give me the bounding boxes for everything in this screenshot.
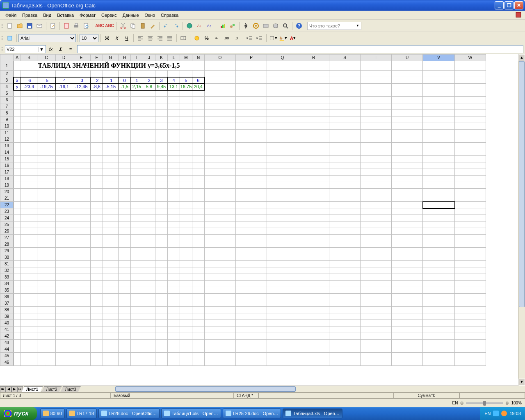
cell-W8[interactable] (455, 110, 486, 116)
cell-B18[interactable] (21, 176, 37, 182)
cell-M5[interactable] (180, 90, 192, 97)
cell-N38[interactable] (192, 307, 205, 313)
cell-R39[interactable] (298, 313, 329, 320)
cell-L26[interactable] (168, 228, 180, 235)
cell-S22[interactable] (329, 202, 361, 208)
cell-V41[interactable] (423, 326, 455, 333)
row-header-16[interactable]: 16 (0, 162, 14, 169)
cell-C37[interactable] (37, 300, 56, 307)
cell-I6[interactable] (131, 97, 143, 103)
cell-A38[interactable] (14, 307, 21, 313)
cell-D16[interactable] (56, 162, 72, 169)
cell-W28[interactable] (455, 241, 486, 248)
cell-J20[interactable] (143, 189, 155, 195)
decrease-indent-icon[interactable] (245, 34, 254, 43)
cell-Q26[interactable] (267, 228, 298, 235)
cell-C20[interactable] (37, 189, 56, 195)
tab-first-icon[interactable]: ⏮ (0, 386, 6, 392)
cell-I29[interactable] (131, 248, 143, 254)
datasources-icon[interactable] (271, 21, 280, 30)
cell-J33[interactable] (143, 274, 155, 281)
cell-H19[interactable] (119, 182, 131, 189)
cell-E37[interactable] (72, 300, 91, 307)
cell-G44[interactable] (103, 346, 119, 353)
cell-H8[interactable] (119, 110, 131, 116)
cell-V6[interactable] (423, 97, 455, 103)
cell-E22[interactable] (72, 202, 91, 208)
cell-G41[interactable] (103, 326, 119, 333)
cell-B44[interactable] (21, 346, 37, 353)
cell-K44[interactable] (155, 346, 168, 353)
cell-C42[interactable] (37, 333, 56, 340)
cell-C34[interactable] (37, 281, 56, 287)
menu-tools[interactable]: Сервис (98, 12, 120, 18)
cell-V3[interactable] (423, 77, 455, 84)
add-decimal-icon[interactable]: .00 (222, 34, 231, 43)
cell-W6[interactable] (455, 97, 486, 103)
cell-O39[interactable] (205, 313, 236, 320)
cell-N13[interactable] (192, 143, 205, 149)
cell-C7[interactable] (37, 103, 56, 110)
cell-L22[interactable] (168, 202, 180, 208)
cell-B34[interactable] (21, 281, 37, 287)
cell-S26[interactable] (329, 228, 361, 235)
start-button[interactable]: пуск (0, 407, 37, 420)
cell-A43[interactable] (14, 340, 21, 346)
cell-B24[interactable] (21, 215, 37, 221)
col-header-W[interactable]: W (455, 55, 486, 61)
cell-P23[interactable] (236, 208, 267, 215)
cell-U19[interactable] (392, 182, 423, 189)
cell-W25[interactable] (455, 221, 486, 228)
cell-S10[interactable] (329, 123, 361, 130)
cell-V38[interactable] (423, 307, 455, 313)
col-header-G[interactable]: G (103, 55, 119, 61)
cell-G7[interactable] (103, 103, 119, 110)
cell-A35[interactable] (14, 287, 21, 294)
cell-V10[interactable] (423, 123, 455, 130)
cell-O2[interactable] (205, 71, 236, 77)
cell-A16[interactable] (14, 162, 21, 169)
menu-edit[interactable]: Правка (19, 12, 40, 18)
cell-Q13[interactable] (267, 143, 298, 149)
cell-A5[interactable] (14, 90, 21, 97)
cell-D7[interactable] (56, 103, 72, 110)
cell-N19[interactable] (192, 182, 205, 189)
cell-J29[interactable] (143, 248, 155, 254)
cell-F4[interactable]: -8,8 (91, 84, 103, 90)
cell-V14[interactable] (423, 149, 455, 156)
cell-F33[interactable] (91, 274, 103, 281)
cell-V46[interactable] (423, 359, 455, 366)
cell-I3[interactable]: 1 (131, 77, 143, 84)
cell-R46[interactable] (298, 359, 329, 366)
cell-E44[interactable] (72, 346, 91, 353)
cell-U21[interactable] (392, 195, 423, 202)
cell-Q39[interactable] (267, 313, 298, 320)
cell-W24[interactable] (455, 215, 486, 221)
row-header-12[interactable]: 12 (0, 136, 14, 143)
cell-D33[interactable] (56, 274, 72, 281)
cell-N15[interactable] (192, 156, 205, 162)
cell-W7[interactable] (455, 103, 486, 110)
cell-T15[interactable] (361, 156, 392, 162)
chart-icon[interactable] (218, 21, 227, 30)
cell-W29[interactable] (455, 248, 486, 254)
email-icon[interactable] (35, 21, 44, 30)
row-header-8[interactable]: 8 (0, 110, 14, 116)
cell-S43[interactable] (329, 340, 361, 346)
cell-K22[interactable] (155, 202, 168, 208)
cell-J39[interactable] (143, 313, 155, 320)
cell-K13[interactable] (155, 143, 168, 149)
cell-T44[interactable] (361, 346, 392, 353)
cell-H6[interactable] (119, 97, 131, 103)
cell-A14[interactable] (14, 149, 21, 156)
cell-N20[interactable] (192, 189, 205, 195)
cell-M39[interactable] (180, 313, 192, 320)
cell-I13[interactable] (131, 143, 143, 149)
cell-R21[interactable] (298, 195, 329, 202)
cell-L39[interactable] (168, 313, 180, 320)
cell-I37[interactable] (131, 300, 143, 307)
cell-K43[interactable] (155, 340, 168, 346)
sort-desc-icon[interactable]: A↑ (205, 21, 214, 30)
cell-S33[interactable] (329, 274, 361, 281)
cell-N16[interactable] (192, 162, 205, 169)
